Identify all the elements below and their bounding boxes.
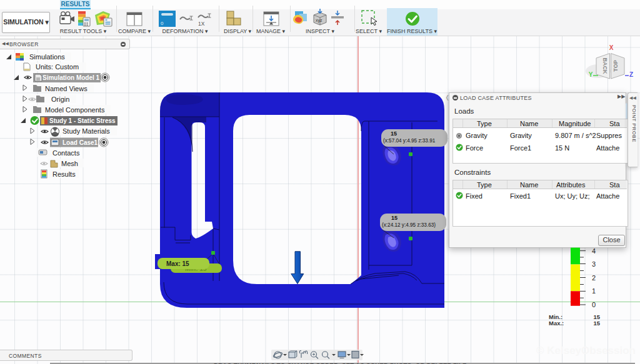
svg-text:1: 1 <box>592 287 596 295</box>
svg-text:TOP: TOP <box>612 60 619 71</box>
svg-text:0: 0 <box>592 301 596 308</box>
svg-text:BACK: BACK <box>602 58 608 74</box>
svg-text:3: 3 <box>592 260 596 268</box>
svg-text:4: 4 <box>592 247 596 255</box>
svg-text:Z: Z <box>629 71 633 78</box>
svg-text:X: X <box>609 44 614 51</box>
svg-text:Y: Y <box>589 71 593 78</box>
svg-text:2: 2 <box>592 274 596 282</box>
